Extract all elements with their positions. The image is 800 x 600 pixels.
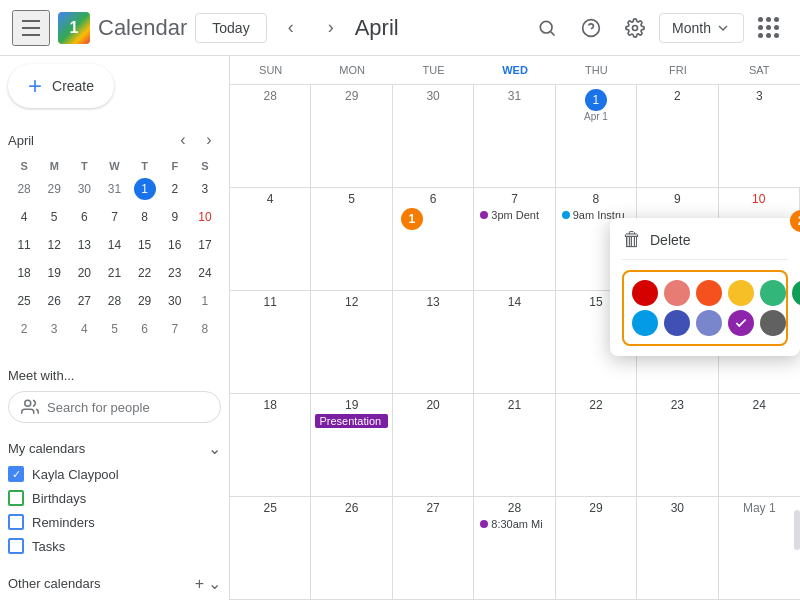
apps-button[interactable] [748,8,788,48]
event-meeting[interactable]: 8:30am Mi [478,517,550,531]
other-calendars-title: Other calendars [8,576,101,591]
delete-label[interactable]: Delete [650,232,690,248]
next-button[interactable]: › [315,12,347,44]
mini-cal-day[interactable]: 30 [161,288,189,314]
mini-cal-day[interactable]: 1 [131,176,159,202]
calendar-item-tasks[interactable]: Tasks [8,534,221,558]
mini-cal-day[interactable]: 28 [100,288,128,314]
color-tomato[interactable] [632,280,658,306]
cell-12: 12 [311,291,392,393]
trash-icon[interactable]: 🗑 [622,228,642,251]
mini-cal-day[interactable]: 30 [70,176,98,202]
mini-cal-day[interactable]: 17 [191,232,219,258]
menu-button[interactable] [12,10,50,46]
prev-button[interactable]: ‹ [275,12,307,44]
mini-cal-day[interactable]: 28 [10,176,38,202]
tasks-checkbox[interactable] [8,538,24,554]
mini-cal-day[interactable]: 3 [40,316,68,342]
mini-cal-day[interactable]: 25 [10,288,38,314]
reminders-label: Reminders [32,515,95,530]
cell-27: 27 [393,497,474,599]
tasks-label: Tasks [32,539,65,554]
color-lavender[interactable] [696,310,722,336]
event-presentation[interactable]: Presentation [315,414,387,428]
mini-cal-day[interactable]: 19 [40,260,68,286]
calendar-item-kayla[interactable]: ✓ Kayla Claypool [8,462,221,486]
col-header-thu: THU [556,56,637,84]
help-icon [581,18,601,38]
create-button[interactable]: + Create [8,64,114,108]
mini-cal-next[interactable]: › [197,128,221,152]
mini-cal-day[interactable]: 3 [191,176,219,202]
mini-cal-day[interactable]: 2 [10,316,38,342]
color-grape[interactable] [728,310,754,336]
mini-cal-day[interactable]: 8 [131,204,159,230]
mini-cal-day[interactable]: 14 [100,232,128,258]
mini-cal-day[interactable]: 1 [191,288,219,314]
color-basil[interactable] [792,280,800,306]
other-calendars-toggle[interactable]: ⌄ [208,574,221,593]
mini-cal-day[interactable]: 16 [161,232,189,258]
mini-cal-day[interactable]: 11 [10,232,38,258]
event-dent[interactable]: 3pm Dent [478,208,550,222]
settings-button[interactable] [615,8,655,48]
mini-cal-day[interactable]: 27 [70,288,98,314]
color-blueberry[interactable] [664,310,690,336]
mini-cal-day[interactable]: 26 [40,288,68,314]
help-button[interactable] [571,8,611,48]
color-tangerine[interactable] [696,280,722,306]
cell-31-march: 31 [474,85,555,187]
date-31-march: 31 [478,89,550,103]
color-sage[interactable] [760,280,786,306]
color-peacock[interactable] [632,310,658,336]
mini-cal-day[interactable]: 13 [70,232,98,258]
color-picker [622,270,788,346]
mini-cal-day[interactable]: 7 [161,316,189,342]
mini-cal-day[interactable]: 4 [70,316,98,342]
mini-cal-day[interactable]: 20 [70,260,98,286]
mini-cal-day[interactable]: 29 [40,176,68,202]
search-people-input[interactable]: Search for people [8,391,221,423]
date-may1: May 1 [723,501,796,515]
mini-cal-day[interactable]: 18 [10,260,38,286]
mini-cal-day[interactable]: 22 [131,260,159,286]
mini-cal-day[interactable]: 5 [40,204,68,230]
gear-icon [625,18,645,38]
mini-cal-day[interactable]: 10 [191,204,219,230]
calendar-item-reminders[interactable]: Reminders [8,510,221,534]
birthdays-checkbox[interactable] [8,490,24,506]
view-selector[interactable]: Month [659,13,744,43]
mini-cal-day[interactable]: 4 [10,204,38,230]
other-calendars-add[interactable]: + [195,574,204,593]
my-calendars-toggle[interactable]: ⌄ [208,439,221,458]
color-banana[interactable] [728,280,754,306]
mini-cal-day[interactable]: 8 [191,316,219,342]
date-23: 23 [641,398,713,412]
mini-cal-day[interactable]: 29 [131,288,159,314]
mini-cal-day[interactable]: 7 [100,204,128,230]
color-graphite[interactable] [760,310,786,336]
search-button[interactable] [527,8,567,48]
mini-cal-day[interactable]: 6 [70,204,98,230]
mini-cal-day[interactable]: 6 [131,316,159,342]
mini-cal-day[interactable]: 21 [100,260,128,286]
mini-cal-day[interactable]: 15 [131,232,159,258]
mini-day-header-sat: S [191,158,219,174]
mini-cal-day[interactable]: 24 [191,260,219,286]
mini-cal-day[interactable]: 12 [40,232,68,258]
color-flamingo[interactable] [664,280,690,306]
today-button[interactable]: Today [195,13,266,43]
mini-cal-day[interactable]: 5 [100,316,128,342]
kayla-checkbox[interactable]: ✓ [8,466,24,482]
mini-cal-day[interactable]: 23 [161,260,189,286]
mini-cal-day[interactable]: 31 [100,176,128,202]
mini-cal-day[interactable]: 9 [161,204,189,230]
mini-cal-day[interactable]: 2 [161,176,189,202]
calendar-item-birthdays[interactable]: Birthdays [8,486,221,510]
date-apr3: 3 [723,89,796,103]
scroll-handle[interactable] [794,510,800,550]
cell-13: 13 [393,291,474,393]
mini-cal-prev[interactable]: ‹ [171,128,195,152]
meet-title: Meet with... [8,360,221,391]
reminders-checkbox[interactable] [8,514,24,530]
